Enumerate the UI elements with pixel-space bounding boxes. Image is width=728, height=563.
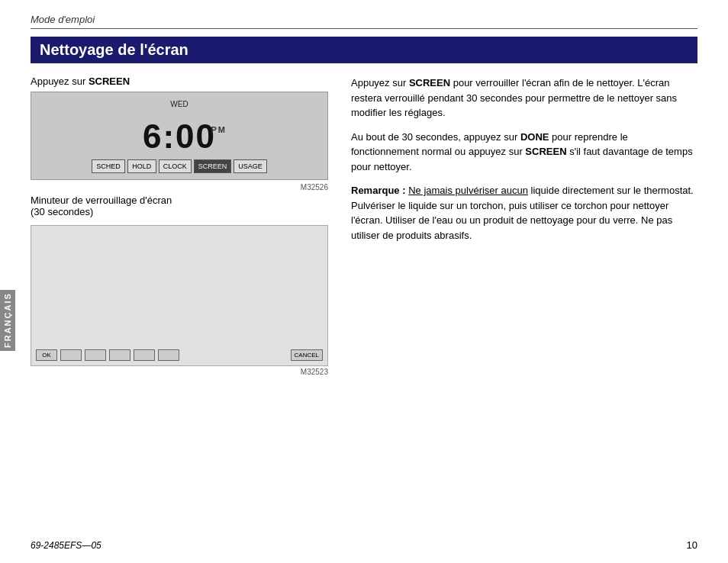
page-number: 10	[687, 539, 697, 551]
model-number-1: M32526	[31, 183, 328, 191]
blank-btn-4	[134, 349, 155, 361]
page-title: Nettoyage de l'écran	[31, 37, 697, 63]
para2-pre: Au bout de 30 secondes, appuyez sur	[351, 131, 520, 143]
header-text: Mode d'emploi	[31, 14, 95, 25]
note-paragraph: Remarque : Ne jamais pulvériser aucun li…	[351, 183, 697, 243]
screen-prompt-label: Appuyez sur SCREEN	[31, 76, 328, 87]
hold-button[interactable]: HOLD	[127, 159, 156, 173]
sched-button[interactable]: SCHED	[92, 159, 125, 173]
francais-label: FRANÇAIS	[3, 293, 12, 349]
footer: 69-2485EFS—05 10	[31, 539, 697, 551]
screen-prompt-bold: SCREEN	[89, 76, 130, 87]
timer-label-line1: Minuteur de verrouillage d'écran	[31, 195, 172, 206]
doc-number: 69-2485EFS—05	[31, 540, 101, 551]
ampm-label: PM	[211, 126, 227, 134]
page: Mode d'emploi Nettoyage de l'écran Appuy…	[0, 0, 728, 563]
content-columns: Appuyez sur SCREEN WED 6:00PM SCHED HOLD…	[31, 76, 697, 376]
clock-button[interactable]: CLOCK	[159, 159, 192, 173]
francais-sidebar: FRANÇAIS	[0, 290, 15, 351]
usage-button[interactable]: USAGE	[234, 159, 267, 173]
blank-btn-1	[60, 349, 82, 361]
cancel-button[interactable]: CANCEL	[291, 349, 323, 361]
blank-screen: OK CANCEL	[31, 225, 328, 366]
blank-btn-5	[158, 349, 179, 361]
blank-btn-3	[109, 349, 130, 361]
header: Mode d'emploi	[31, 14, 697, 29]
para2-bold2: SCREEN	[525, 146, 566, 157]
blank-screen-buttons: OK CANCEL	[31, 349, 327, 361]
right-column: Appuyez sur SCREEN pour verrouiller l'éc…	[351, 76, 697, 376]
display-screen: WED 6:00PM	[39, 98, 320, 155]
paragraph-2: Au bout de 30 secondes, appuyez sur DONE…	[351, 130, 697, 175]
left-column: Appuyez sur SCREEN WED 6:00PM SCHED HOLD…	[31, 76, 328, 376]
para2-bold1: DONE	[520, 131, 549, 143]
time-display: 6:00PM	[143, 120, 216, 153]
para1-pre: Appuyez sur	[351, 77, 409, 88]
note-label: Remarque :	[351, 185, 406, 196]
thermostat-display: WED 6:00PM SCHED HOLD CLOCK SCREEN USAGE	[31, 92, 328, 180]
blank-btn-2	[85, 349, 106, 361]
timer-label-line2: (30 secondes)	[31, 206, 93, 217]
timer-label: Minuteur de verrouillage d'écran (30 sec…	[31, 195, 328, 217]
ok-button[interactable]: OK	[36, 349, 57, 361]
thermostat-button-row: SCHED HOLD CLOCK SCREEN USAGE	[39, 159, 320, 173]
para1-bold: SCREEN	[409, 77, 450, 88]
screen-prompt-text: Appuyez sur	[31, 76, 89, 87]
time-value: 6:00	[143, 117, 216, 155]
paragraph-1: Appuyez sur SCREEN pour verrouiller l'éc…	[351, 76, 697, 121]
screen-button[interactable]: SCREEN	[194, 159, 232, 173]
model-number-2: M32523	[31, 368, 328, 376]
day-label: WED	[170, 100, 188, 108]
note-underline: Ne jamais pulvériser aucun	[408, 185, 528, 196]
